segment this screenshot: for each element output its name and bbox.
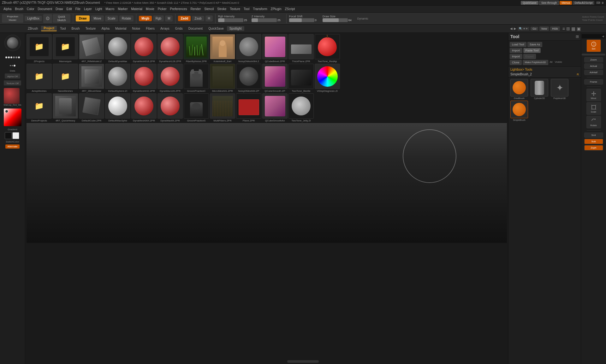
new-button[interactable]: New xyxy=(539,26,549,31)
alpha-menu[interactable]: Alpha xyxy=(2,7,13,11)
save-as-button[interactable]: Save As xyxy=(527,42,542,47)
frame-button[interactable]: Frame xyxy=(584,79,603,85)
brush-menu[interactable]: Brush xyxy=(14,7,25,11)
tab-fibers[interactable]: Fibers xyxy=(143,26,157,31)
tab-noise[interactable]: Noise xyxy=(130,26,143,31)
zoom-button[interactable]: Zoom xyxy=(584,57,603,62)
list-item[interactable]: DynaWax64.ZPR xyxy=(157,93,183,122)
mrgb-button[interactable]: Mrgb xyxy=(139,16,152,21)
tab-zbrush[interactable]: ZBrush xyxy=(25,26,40,31)
m-button[interactable]: M xyxy=(165,15,173,21)
lightbox-button[interactable]: LightBox xyxy=(25,16,42,21)
quick-sketch-button[interactable]: QuickSketch xyxy=(53,14,70,23)
rgb-intensity-slider[interactable] xyxy=(218,18,243,22)
file-menu[interactable]: File xyxy=(74,7,82,11)
tab-quicksave[interactable]: QuickSave xyxy=(206,26,226,31)
list-item[interactable]: FiberByNoise.ZPR xyxy=(184,34,209,63)
tab-arrays[interactable]: Arrays xyxy=(158,26,172,31)
list-item[interactable]: 4R7_ZBrushSear xyxy=(79,64,104,92)
list-item[interactable]: 📁 NanoMeshes xyxy=(53,64,78,92)
texture-off-button[interactable]: Texture Off xyxy=(4,80,21,85)
edit-menu[interactable]: Edit xyxy=(65,7,74,11)
see-through-button[interactable]: See-through xyxy=(539,1,559,5)
material-menu[interactable]: Material xyxy=(130,7,144,11)
list-item[interactable]: TwoTone_RedAp xyxy=(315,34,340,63)
rgb-button[interactable]: Rgb xyxy=(153,15,164,21)
h-button[interactable]: H xyxy=(205,15,213,21)
list-item[interactable]: DynaMesh128.ZPR xyxy=(157,34,183,63)
render-menu[interactable]: Render xyxy=(189,7,203,11)
list-item[interactable]: NoisyDMesh064.Z xyxy=(236,34,261,63)
view-list-icon[interactable]: ≡ xyxy=(562,26,565,31)
list-item[interactable]: 📁 ZProjects xyxy=(27,34,52,63)
list-item[interactable]: DefaultCube.ZPR xyxy=(79,93,104,122)
list-item[interactable]: ✦ PolyMesh3D xyxy=(550,79,569,99)
panel-toggle[interactable]: ◀ xyxy=(582,34,605,38)
list-item[interactable]: DefaultDynaWax xyxy=(105,34,130,63)
make-polymesh-button[interactable]: Make PolyMesh3D xyxy=(523,60,548,65)
list-item[interactable]: TwoTone_Beetle xyxy=(288,64,314,92)
sculpt-button[interactable]: Sct xyxy=(586,39,601,52)
stroke-menu[interactable]: Stroke xyxy=(216,7,228,11)
menus-button[interactable]: Menus xyxy=(560,1,572,5)
zoom-slider[interactable] xyxy=(582,54,605,56)
tab-grids[interactable]: Grids xyxy=(173,26,185,31)
list-item[interactable]: NoisyDMesh64.ZP xyxy=(236,64,261,92)
tab-alpha[interactable]: Alpha xyxy=(99,26,112,31)
list-item[interactable]: DynaMesh016.ZPR xyxy=(131,34,157,63)
scrollbar-bottom[interactable] xyxy=(287,360,319,363)
sub-button[interactable]: Sub xyxy=(584,139,603,144)
list-item[interactable]: MicroMesh01.ZPR xyxy=(210,64,235,92)
tool-expand-icon[interactable]: ⊞ xyxy=(576,34,579,39)
zadd-button[interactable]: Zadd xyxy=(178,16,191,21)
camera-icon[interactable]: ⚙ xyxy=(43,14,52,23)
list-item[interactable]: 📁 ArrayMeshes xyxy=(27,64,52,92)
list-item[interactable]: DynaMesh032.ZPR xyxy=(131,64,157,92)
view-large-icon[interactable]: ▣ xyxy=(577,26,581,31)
texture-menu[interactable]: Texture xyxy=(228,7,242,11)
white-swatch[interactable] xyxy=(12,132,19,139)
list-item[interactable]: GroomPracticeC xyxy=(184,64,209,92)
picker-menu[interactable]: Picker xyxy=(156,7,168,11)
list-item[interactable]: 4R7_RifleModel.Z xyxy=(79,34,104,63)
tab-material[interactable]: Material xyxy=(113,26,129,31)
color-picker[interactable] xyxy=(4,109,21,126)
projection-master-button[interactable]: ProjectionMaster xyxy=(2,14,23,23)
go-button[interactable]: Go xyxy=(531,27,538,31)
draw-size-slider[interactable] xyxy=(323,18,348,22)
copy-tool-button[interactable]: Import xyxy=(510,48,522,53)
list-item[interactable]: 4R7_QuickHeavy xyxy=(53,93,78,122)
z-intensity-slider[interactable] xyxy=(252,18,277,22)
import-button[interactable]: Import xyxy=(510,54,522,59)
black-swatch[interactable] xyxy=(5,132,12,139)
tab-project[interactable]: Project xyxy=(41,26,57,31)
list-item[interactable]: GradBrush xyxy=(510,79,529,99)
move-button[interactable]: Move xyxy=(91,15,104,21)
clone-button[interactable]: Clone xyxy=(510,60,522,65)
focal-shift-slider[interactable] xyxy=(289,18,314,22)
list-item[interactable]: 📁 DemoProjects xyxy=(27,93,52,122)
actual-button[interactable]: Actual xyxy=(584,63,603,69)
list-item[interactable]: VDispDiagnosic.ZI xyxy=(315,64,340,92)
rotate-button[interactable]: Rotate xyxy=(119,15,134,21)
smt-button[interactable]: Smt xyxy=(584,132,603,138)
rotate-icon-button[interactable]: Rotate xyxy=(586,116,601,128)
preferences-menu[interactable]: Preferences xyxy=(169,7,189,11)
scale-button[interactable]: Scale xyxy=(105,15,118,21)
tool-menu[interactable]: Tool xyxy=(242,7,251,11)
list-item[interactable]: SimpleBrush xyxy=(510,101,529,121)
list-item[interactable]: GroomPracticeS xyxy=(184,93,209,122)
list-item[interactable]: QCubeBevel.ZPR xyxy=(262,34,288,63)
draw-button[interactable]: Draw xyxy=(76,15,90,21)
view-details-icon[interactable]: ▦ xyxy=(571,26,575,31)
list-item[interactable]: DynaMesh064.ZPR xyxy=(131,93,157,122)
zsph-button[interactable]: Zsph xyxy=(584,145,603,150)
view-grid-icon[interactable]: ⊞ xyxy=(566,26,570,31)
quick-save-button[interactable]: QuickSave xyxy=(521,1,538,5)
list-item[interactable]: MultiFibers.ZPR xyxy=(210,93,235,122)
nav-arrow-right[interactable]: ▶ xyxy=(514,27,516,30)
list-item[interactable]: Plane.ZPR xyxy=(236,93,261,122)
r-label[interactable]: R xyxy=(577,73,579,76)
zsub-button[interactable]: Zsub xyxy=(192,16,204,21)
nav-search-box[interactable]: 🔍 ✦✦ xyxy=(518,27,530,31)
